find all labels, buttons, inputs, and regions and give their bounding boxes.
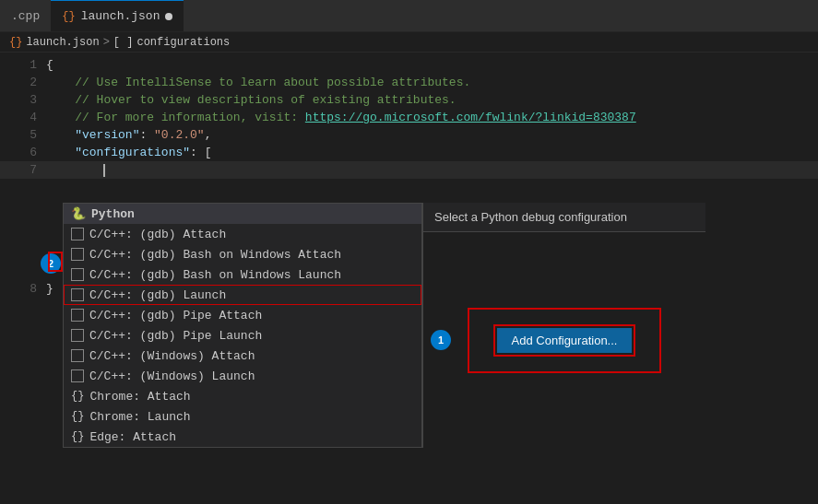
dropdown-list[interactable]: 🐍 Python C/C++: (gdb) Attach C/C++: (gdb… <box>63 203 422 448</box>
text-cursor <box>103 164 105 177</box>
dropdown-item-label-1: C/C++: (gdb) Bash on Windows Attach <box>89 248 341 262</box>
tab-bar: .cpp {} launch.json <box>0 0 818 32</box>
right-panel-body: 1 Add Configuration... <box>423 232 705 448</box>
dropdown-item-0[interactable]: C/C++: (gdb) Attach <box>64 224 421 244</box>
dropdown-item-label-10: Edge: Attach <box>89 430 176 444</box>
line-4: 4 // For more information, visit: https:… <box>0 109 818 126</box>
breadcrumb-configurations: configurations <box>136 36 230 49</box>
dropdown-container: 🐍 Python C/C++: (gdb) Attach C/C++: (gdb… <box>63 203 705 448</box>
line-1: 1 { <box>0 56 818 74</box>
line-6: 6 "configurations": [ <box>0 144 818 161</box>
cpp-tab-label: .cpp <box>11 9 40 23</box>
line-2: 2 // Use IntelliSense to learn about pos… <box>0 74 818 91</box>
dropdown-item-label-5: C/C++: (gdb) Pipe Launch <box>89 329 262 343</box>
dropdown-item-1[interactable]: C/C++: (gdb) Bash on Windows Attach <box>64 244 421 264</box>
dropdown-item-4[interactable]: C/C++: (gdb) Pipe Attach <box>64 305 421 325</box>
right-panel-title: Select a Python debug configuration <box>434 210 627 224</box>
dropdown-header: 🐍 Python <box>64 204 421 224</box>
dropdown-item-2[interactable]: C/C++: (gdb) Bash on Windows Launch <box>64 264 421 285</box>
tab-launch-json-label: launch.json <box>81 9 160 23</box>
dropdown-item-label-8: Chrome: Attach <box>89 390 190 404</box>
breadcrumb: {} launch.json > [ ] configurations <box>0 32 818 53</box>
breadcrumb-array-icon: [ ] <box>113 36 134 49</box>
tab-cpp[interactable]: .cpp <box>0 0 51 31</box>
dropdown-item-9[interactable]: {} Chrome: Launch <box>64 406 421 427</box>
dropdown-item-label-0: C/C++: (gdb) Attach <box>89 228 226 241</box>
dropdown-item-6[interactable]: C/C++: (Windows) Attach <box>64 346 421 366</box>
checkbox-icon-3 <box>71 288 84 301</box>
breadcrumb-file-icon: {} <box>9 36 22 49</box>
dropdown-item-10[interactable]: {} Edge: Attach <box>64 427 421 447</box>
add-config-container: Add Configuration... <box>468 308 662 373</box>
line-5: 5 "version": "0.2.0", <box>0 126 818 144</box>
breadcrumb-sep1: > <box>103 36 110 49</box>
checkbox-icon-2 <box>71 268 84 281</box>
dropdown-item-label-3: C/C++: (gdb) Launch <box>89 288 226 302</box>
dropdown-item-3[interactable]: C/C++: (gdb) Launch <box>64 285 421 305</box>
curly-icon-8: {} <box>71 390 84 403</box>
dropdown-item-label-6: C/C++: (Windows) Attach <box>89 349 255 363</box>
gutter-marker <box>48 252 63 272</box>
dropdown-item-7[interactable]: C/C++: (Windows) Launch <box>64 366 421 386</box>
checkbox-icon-6 <box>71 349 84 362</box>
python-icon: 🐍 <box>71 206 86 221</box>
tab-launch-json[interactable]: {} launch.json <box>51 0 184 31</box>
checkbox-icon-4 <box>71 309 84 322</box>
checkbox-icon-1 <box>71 248 84 261</box>
dropdown-item-8[interactable]: {} Chrome: Attach <box>64 386 421 406</box>
checkbox-icon-7 <box>71 369 84 382</box>
line-7: 7 <box>0 161 818 179</box>
right-panel-header: Select a Python debug configuration <box>423 203 705 232</box>
curly-icon-9: {} <box>71 410 84 423</box>
dropdown-item-label-2: C/C++: (gdb) Bash on Windows Launch <box>89 268 341 282</box>
right-panel: Select a Python debug configuration 1 Ad… <box>422 203 705 448</box>
json-icon: {} <box>62 10 75 23</box>
dropdown-item-label-9: Chrome: Launch <box>89 410 190 424</box>
unsaved-dot <box>165 13 172 20</box>
annotation-1: 1 <box>431 330 451 350</box>
breadcrumb-file: launch.json <box>26 36 99 49</box>
curly-icon-10: {} <box>71 430 84 443</box>
checkbox-icon-5 <box>71 329 84 342</box>
dropdown-item-label-7: C/C++: (Windows) Launch <box>89 369 255 383</box>
line-3: 3 // Hover to view descriptions of exist… <box>0 91 818 109</box>
add-configuration-button[interactable]: Add Configuration... <box>497 328 633 353</box>
checkbox-icon-0 <box>71 228 84 240</box>
dropdown-item-5[interactable]: C/C++: (gdb) Pipe Launch <box>64 325 421 346</box>
dropdown-item-label-4: C/C++: (gdb) Pipe Attach <box>89 309 262 322</box>
editor: 1 { 2 // Use IntelliSense to learn about… <box>0 53 818 504</box>
dropdown-header-label: Python <box>91 207 135 221</box>
